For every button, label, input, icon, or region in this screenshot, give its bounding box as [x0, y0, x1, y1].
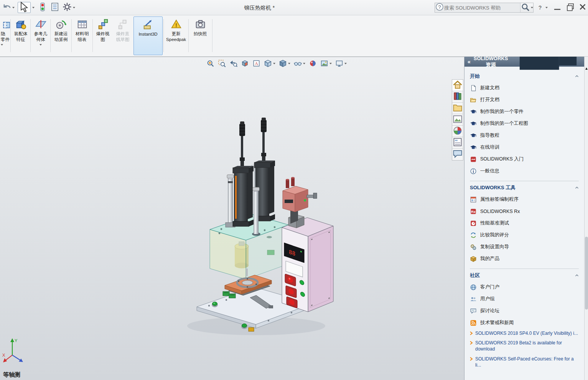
- taskpane-tab-file-explorer[interactable]: [452, 103, 463, 114]
- panel-item-property-tab-builder[interactable]: 属性标签编制程序: [470, 193, 580, 205]
- search-input[interactable]: [444, 5, 520, 11]
- taskpane-tab-custom-properties[interactable]: [452, 137, 463, 149]
- panel-item-my-products[interactable]: 我的产品: [470, 253, 580, 265]
- ribbon-button-new-motion-study[interactable]: 新建运 动算例: [51, 16, 71, 55]
- scrollbar-thumb[interactable]: [585, 237, 588, 310]
- forum-bubble-icon: [452, 148, 463, 161]
- select-dropdown-caret[interactable]: [32, 7, 35, 8]
- customer-portal-icon: [470, 284, 477, 291]
- section-header-tools[interactable]: SOLIDWORKS 工具: [470, 184, 580, 191]
- ribbon-button-exploded-view[interactable]: 爆炸视 图: [94, 16, 112, 55]
- news-list: SOLIDWORKS 2018 SP4.0 EV (Early Visibili…: [470, 330, 580, 368]
- panel-item-performance-benchmark[interactable]: 性能基准测试: [470, 217, 580, 229]
- view-settings-button[interactable]: [335, 59, 347, 67]
- panel-item-copy-settings-wizard[interactable]: 复制设置向导: [470, 241, 580, 253]
- apply-scene-button[interactable]: [320, 59, 332, 67]
- graphics-area[interactable]: 88: [0, 57, 464, 380]
- taskpane-tab-view-palette[interactable]: [452, 114, 463, 126]
- svg-text:Rx: Rx: [471, 209, 476, 213]
- annotation-view-button[interactable]: A: [252, 59, 260, 67]
- panel-item-compare-score[interactable]: 比较我的评分: [470, 229, 580, 241]
- search-button[interactable]: [520, 3, 533, 12]
- hide-show-items-icon: [294, 59, 302, 67]
- selection-filter-button[interactable]: [38, 3, 48, 13]
- panel-item-first-part[interactable]: 制作我的第一个零件: [470, 106, 580, 118]
- pneumatic-cylinders[interactable]: [226, 118, 275, 234]
- select-tool-button[interactable]: [18, 2, 31, 13]
- section-header-community[interactable]: 社区: [470, 272, 580, 279]
- user-group-icon: [470, 296, 477, 303]
- news-item[interactable]: SOLIDWORKS 2018 SP4.0 EV (Early Visibili…: [470, 330, 580, 336]
- panel-item-solidworks-rx[interactable]: RxSOLIDWORKS Rx: [470, 205, 580, 217]
- ribbon-button-instant3d[interactable]: Instant3D: [133, 16, 163, 55]
- news-item[interactable]: SOLIDWORKS 2019 Beta2 is available for d…: [470, 340, 580, 352]
- previous-view-button[interactable]: [229, 59, 237, 67]
- view-palette-icon: [452, 114, 463, 126]
- panel-item-user-groups[interactable]: 用户组: [470, 293, 580, 305]
- graduation-cap-icon: [470, 108, 477, 115]
- zoom-area-button[interactable]: [218, 59, 226, 67]
- chevron-up-icon[interactable]: [574, 273, 580, 278]
- cylinder-left[interactable]: [233, 121, 254, 226]
- panel-item-tech-alerts-news[interactable]: 技术警戒和新闻: [470, 317, 580, 329]
- news-arrow-icon: [470, 331, 473, 336]
- options-dropdown-caret[interactable]: [73, 7, 75, 8]
- taskpane-tab-forum[interactable]: [452, 149, 463, 160]
- pin-icon[interactable]: [508, 57, 584, 97]
- ribbon-button-bill-of-materials[interactable]: 材料明 细表: [72, 16, 92, 55]
- taskpane-tab-appearances[interactable]: [452, 126, 463, 137]
- help-button[interactable]: ?: [536, 3, 544, 12]
- options-button[interactable]: [62, 3, 72, 13]
- ribbon-button-assembly-features[interactable]: 装配体 特征: [12, 16, 30, 55]
- ribbon-button-hidden-parts[interactable]: 隐 零件: [0, 16, 10, 55]
- view-orientation-icon: [264, 59, 272, 67]
- minimize-button[interactable]: [552, 3, 562, 12]
- my-products-icon: [470, 256, 477, 262]
- taskpane-tab-resources[interactable]: [452, 80, 463, 91]
- display-style-icon: [279, 59, 287, 67]
- ribbon-button-update-speedpak[interactable]: ! 更新 Speedpak: [165, 16, 188, 55]
- graduation-cap-icon: [470, 144, 477, 151]
- taskpane-tab-design-library[interactable]: [452, 91, 463, 103]
- design-library-icon: [452, 91, 463, 103]
- document-properties-button[interactable]: [50, 3, 60, 13]
- scroll-up-arrow[interactable]: [585, 67, 588, 70]
- panel-item-general-info[interactable]: 一般信息: [470, 165, 580, 177]
- model-3d-assembly[interactable]: 88: [0, 57, 464, 380]
- news-item[interactable]: SOLIDWORKS Self-Paced eCourses: Free for…: [470, 356, 580, 368]
- panel-item-first-drawing[interactable]: 制作我的第一个工程图: [470, 118, 580, 129]
- ribbon-button-take-snapshot[interactable]: 拍快照: [189, 16, 211, 55]
- display-style-button[interactable]: [279, 59, 290, 67]
- help-dropdown-caret[interactable]: [545, 7, 548, 8]
- panel-item-online-training[interactable]: 在线培训: [470, 141, 580, 153]
- compare-score-icon: [470, 232, 477, 239]
- undo-dropdown-caret[interactable]: [12, 7, 15, 8]
- ribbon-button-reference-geometry[interactable]: 参考几 何体: [31, 16, 50, 55]
- copy-settings-icon: [470, 244, 477, 251]
- panel-item-discussion-forum[interactable]: 探讨论坛: [470, 305, 580, 317]
- zoom-fit-button[interactable]: [206, 59, 214, 67]
- chevron-up-icon[interactable]: [574, 74, 580, 79]
- select-cursor-icon: [18, 1, 30, 15]
- panel-collapse-button[interactable]: «: [464, 59, 474, 65]
- custom-properties-icon: [452, 137, 463, 149]
- panel-item-sw-intro[interactable]: SOLIDWORKS 入门: [470, 153, 580, 165]
- exploded-view-icon: [97, 19, 109, 30]
- bill-of-materials-icon: [77, 19, 88, 30]
- restore-icon: [565, 2, 575, 13]
- close-button[interactable]: [578, 3, 588, 12]
- electrical-cabinet[interactable]: 88: [282, 215, 333, 312]
- rss-icon: [470, 319, 477, 326]
- restore-button[interactable]: [565, 3, 575, 12]
- panel-scrollbar[interactable]: [584, 57, 588, 380]
- panel-item-tutorials[interactable]: 指导教程: [470, 129, 580, 141]
- chevron-up-icon[interactable]: [574, 185, 580, 190]
- hide-show-items-button[interactable]: [294, 59, 305, 67]
- panel-item-customer-portal[interactable]: 客户门户: [470, 281, 580, 293]
- section-divider: [470, 181, 579, 181]
- undo-button[interactable]: [2, 3, 12, 13]
- edit-appearance-button[interactable]: [309, 59, 317, 67]
- view-orientation-button[interactable]: [264, 59, 275, 67]
- command-manager-ribbon: 隐 零件 装配体 特征 参考几 何体 新建运 动算例 材料明 细表: [0, 15, 588, 57]
- section-view-button[interactable]: [241, 59, 249, 67]
